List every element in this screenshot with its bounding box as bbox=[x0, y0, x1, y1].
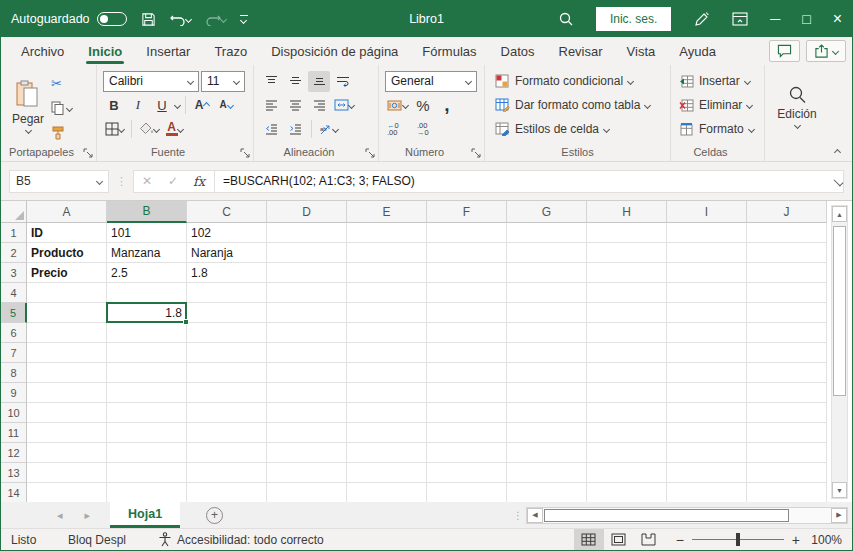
cell-G11[interactable] bbox=[507, 423, 587, 443]
increase-indent-button[interactable] bbox=[284, 119, 306, 140]
format-as-table-button[interactable]: Dar formato como tabla bbox=[495, 93, 666, 117]
delete-cells-button[interactable]: Eliminar bbox=[679, 93, 760, 117]
orientation-button[interactable]: ab bbox=[317, 119, 340, 140]
comments-button[interactable] bbox=[769, 40, 800, 62]
formula-bar-grip[interactable]: ⋮ bbox=[113, 175, 129, 188]
tab-formulas[interactable]: Fórmulas bbox=[410, 37, 488, 65]
dialog-launcher-icon[interactable] bbox=[471, 148, 481, 158]
cell-G8[interactable] bbox=[507, 363, 587, 383]
decrease-indent-button[interactable] bbox=[260, 119, 282, 140]
horizontal-scrollbar[interactable]: ◀ ▶ bbox=[526, 507, 848, 524]
cell-I7[interactable] bbox=[667, 343, 747, 363]
cell-C12[interactable] bbox=[187, 443, 267, 463]
cell-G5[interactable] bbox=[507, 303, 587, 323]
align-right-button[interactable] bbox=[308, 95, 330, 116]
cell-F7[interactable] bbox=[427, 343, 507, 363]
minimize-button[interactable]: ─ bbox=[770, 12, 780, 26]
cell-D9[interactable] bbox=[267, 383, 347, 403]
cell-A6[interactable] bbox=[27, 323, 107, 343]
cell-J13[interactable] bbox=[747, 463, 827, 483]
cell-E13[interactable] bbox=[347, 463, 427, 483]
cell-I5[interactable] bbox=[667, 303, 747, 323]
cell-styles-button[interactable]: Estilos de celda bbox=[495, 117, 666, 141]
cell-G2[interactable] bbox=[507, 243, 587, 263]
format-painter-button[interactable] bbox=[49, 123, 74, 143]
sheet-prev-icon[interactable]: ◂ bbox=[57, 509, 63, 522]
expand-formula-bar-icon[interactable] bbox=[834, 176, 844, 186]
italic-button[interactable]: I bbox=[127, 95, 149, 116]
cell-C10[interactable] bbox=[187, 403, 267, 423]
view-page-break-button[interactable] bbox=[634, 529, 664, 550]
cell-I2[interactable] bbox=[667, 243, 747, 263]
insert-function-button[interactable]: fx bbox=[186, 174, 212, 189]
font-color-button[interactable]: A bbox=[163, 119, 185, 140]
row-header-10[interactable]: 10 bbox=[1, 403, 27, 423]
cell-D4[interactable] bbox=[267, 283, 347, 303]
row-header-5[interactable]: 5 bbox=[1, 303, 27, 323]
dialog-launcher-icon[interactable] bbox=[365, 148, 375, 158]
cell-D2[interactable] bbox=[267, 243, 347, 263]
cell-I14[interactable] bbox=[667, 483, 747, 502]
copy-button[interactable] bbox=[49, 98, 74, 118]
comma-style-button[interactable]: , bbox=[436, 95, 458, 116]
cell-H13[interactable] bbox=[587, 463, 667, 483]
cell-B2[interactable]: Manzana bbox=[107, 243, 187, 263]
cell-F2[interactable] bbox=[427, 243, 507, 263]
cell-C13[interactable] bbox=[187, 463, 267, 483]
cell-J8[interactable] bbox=[747, 363, 827, 383]
cell-H8[interactable] bbox=[587, 363, 667, 383]
cell-E12[interactable] bbox=[347, 443, 427, 463]
cell-H4[interactable] bbox=[587, 283, 667, 303]
cell-H12[interactable] bbox=[587, 443, 667, 463]
cell-E10[interactable] bbox=[347, 403, 427, 423]
row-header-2[interactable]: 2 bbox=[1, 243, 27, 263]
cell-B4[interactable] bbox=[107, 283, 187, 303]
cell-B3[interactable]: 2.5 bbox=[107, 263, 187, 283]
cell-A12[interactable] bbox=[27, 443, 107, 463]
horizontal-scroll-thumb[interactable] bbox=[544, 509, 789, 522]
cell-C1[interactable]: 102 bbox=[187, 223, 267, 243]
tab-trazo[interactable]: Trazo bbox=[202, 37, 259, 65]
cell-H5[interactable] bbox=[587, 303, 667, 323]
cell-G1[interactable] bbox=[507, 223, 587, 243]
percent-style-button[interactable]: % bbox=[412, 95, 434, 116]
row-header-4[interactable]: 4 bbox=[1, 283, 27, 303]
bold-button[interactable]: B bbox=[103, 95, 125, 116]
cell-D14[interactable] bbox=[267, 483, 347, 502]
align-left-button[interactable] bbox=[260, 95, 282, 116]
align-top-button[interactable] bbox=[260, 71, 282, 92]
decrease-decimal-button[interactable]: .00→0 bbox=[415, 119, 437, 140]
cell-H6[interactable] bbox=[587, 323, 667, 343]
cell-J4[interactable] bbox=[747, 283, 827, 303]
cell-J9[interactable] bbox=[747, 383, 827, 403]
scroll-left-icon[interactable]: ◀ bbox=[527, 508, 543, 523]
cell-E9[interactable] bbox=[347, 383, 427, 403]
cell-B8[interactable] bbox=[107, 363, 187, 383]
row-header-1[interactable]: 1 bbox=[1, 223, 27, 243]
enter-button[interactable]: ✓ bbox=[160, 174, 186, 188]
autosave-toggle[interactable]: Autoguardado bbox=[11, 12, 127, 26]
paste-button[interactable]: Pegar bbox=[7, 69, 49, 143]
cell-D6[interactable] bbox=[267, 323, 347, 343]
cell-C3[interactable]: 1.8 bbox=[187, 263, 267, 283]
tab-vista[interactable]: Vista bbox=[615, 37, 668, 65]
cell-A9[interactable] bbox=[27, 383, 107, 403]
column-header-J[interactable]: J bbox=[747, 201, 827, 223]
underline-button[interactable]: U bbox=[151, 95, 173, 116]
cancel-button[interactable]: ✕ bbox=[134, 174, 160, 188]
cell-F8[interactable] bbox=[427, 363, 507, 383]
cell-D12[interactable] bbox=[267, 443, 347, 463]
conditional-format-button[interactable]: Formato condicional bbox=[495, 69, 666, 93]
editing-button[interactable]: Edición bbox=[771, 69, 823, 143]
column-header-D[interactable]: D bbox=[267, 201, 347, 223]
cell-E4[interactable] bbox=[347, 283, 427, 303]
insert-cells-button[interactable]: Insertar bbox=[679, 69, 760, 93]
zoom-slider[interactable] bbox=[692, 539, 784, 540]
quick-access-customize-button[interactable] bbox=[240, 15, 248, 23]
cell-D3[interactable] bbox=[267, 263, 347, 283]
cell-J7[interactable] bbox=[747, 343, 827, 363]
scroll-up-icon[interactable]: ▲ bbox=[832, 206, 847, 222]
dialog-launcher-icon[interactable] bbox=[83, 148, 93, 158]
align-bottom-button[interactable] bbox=[308, 71, 330, 92]
cell-D8[interactable] bbox=[267, 363, 347, 383]
